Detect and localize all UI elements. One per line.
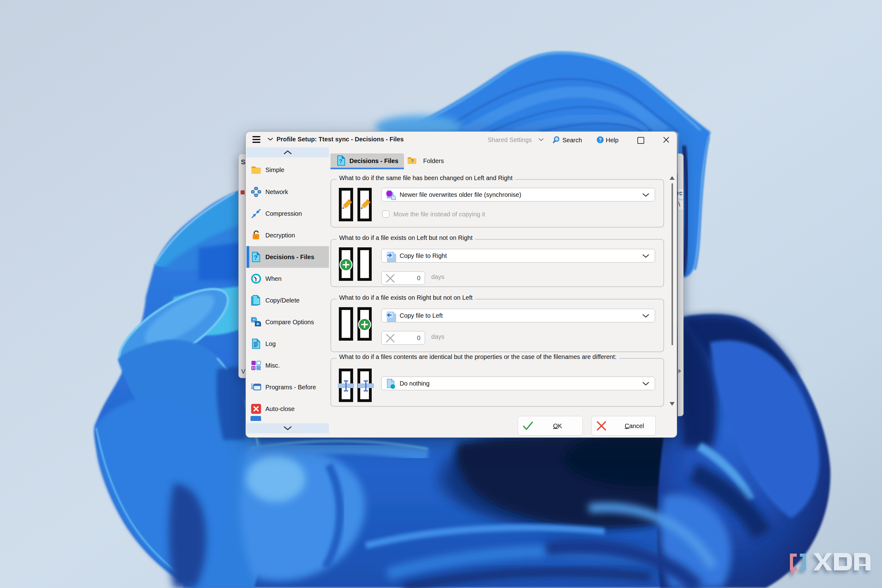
svg-text:?: ? [254,254,257,261]
svg-text:?: ? [598,137,602,142]
svg-text:?: ? [411,158,414,164]
svg-text:?: ? [339,158,343,165]
